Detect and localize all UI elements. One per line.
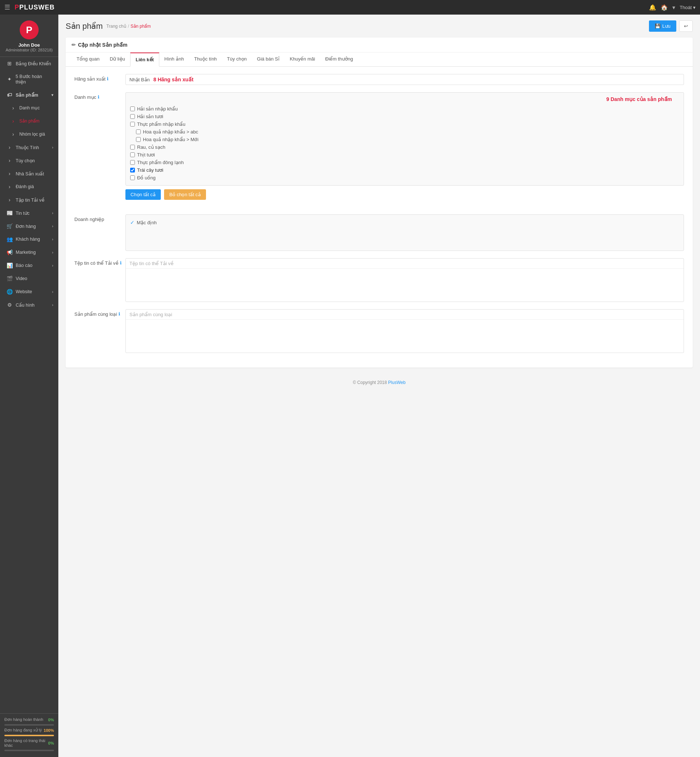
enterprise-label: Mặc định <box>137 220 157 225</box>
sidebar-item-bao-cao[interactable]: 📊 Báo cáo › <box>0 259 58 272</box>
sidebar-item-label: Video <box>16 276 27 281</box>
breadcrumb-home[interactable]: Trang chủ <box>106 24 127 29</box>
sidebar-item-label: Nhà Sản xuất <box>16 171 44 177</box>
sidebar-item-san-pham[interactable]: 🏷 Sản phẩm ▾ <box>0 88 58 102</box>
dot-icon: › <box>10 131 16 137</box>
home-icon[interactable]: 🏠 <box>661 4 668 11</box>
order-icon: 🛒 <box>6 223 13 229</box>
page-title: Sản phẩm <box>66 22 103 31</box>
sidebar-item-label: Tin tức <box>16 210 30 216</box>
sidebar-nav: ⊞ Bảng Điều Khiển ✦ 5 Bước hoàn thiện 🏷 … <box>0 57 58 713</box>
notification-icon[interactable]: 🔔 <box>649 4 656 11</box>
category-box: 9 Danh mục của sản phẩm Hải sản nhập khẩ… <box>125 92 684 186</box>
arrow-icon: ▾ <box>52 93 53 97</box>
customers-icon: 👥 <box>6 236 13 242</box>
category-checkbox[interactable] <box>136 137 141 142</box>
back-button[interactable]: ↩ <box>679 20 693 32</box>
sidebar-item-website[interactable]: 🌐 Website › <box>0 285 58 298</box>
tab-tuy-chon[interactable]: Tùy chọn <box>222 53 252 67</box>
option-icon: › <box>6 158 13 163</box>
sidebar-item-thuoc-tinh[interactable]: › Thuộc Tính › <box>0 141 58 154</box>
sidebar-item-nhom-loc-gia[interactable]: › Nhóm lọc giá <box>0 128 58 141</box>
sidebar-item-video[interactable]: 🎬 Video <box>0 272 58 285</box>
sidebar-item-label: Danh mục <box>19 105 40 111</box>
tab-diem-thuong[interactable]: Điểm thưởng <box>320 53 358 67</box>
stat-value: 0% <box>48 718 54 722</box>
hamburger-icon[interactable]: ☰ <box>5 3 10 11</box>
sidebar-item-khach-hang[interactable]: 👥 Khách hàng › <box>0 233 58 246</box>
sidebar-item-label: Nhóm lọc giá <box>19 131 45 137</box>
category-item-hai-san-nhap-khau: Hải sản nhập khẩu <box>130 105 679 113</box>
deselect-all-button[interactable]: Bỏ chọn tất cả <box>164 189 206 200</box>
stat-label: Đơn hàng đang xử lý <box>5 728 44 733</box>
sidebar-item-label: Sản phẩm <box>19 119 39 124</box>
tab-du-lieu[interactable]: Dữ liệu <box>105 53 130 67</box>
chevron-down-icon[interactable]: ▾ <box>672 4 675 11</box>
tab-tong-quan[interactable]: Tổng quan <box>72 53 105 67</box>
sidebar-item-five-steps[interactable]: ✦ 5 Bước hoàn thiện <box>0 70 58 88</box>
sidebar-item-tap-tin[interactable]: › Tập tin Tải về <box>0 193 58 206</box>
layout: P John Doe Administrator (ID: 283218) ⊞ … <box>0 14 700 757</box>
category-checkbox[interactable] <box>130 145 135 150</box>
sidebar-item-danh-muc[interactable]: › Danh mục <box>0 102 58 114</box>
sidebar-item-nha-san-xuat[interactable]: › Nhà Sản xuất <box>0 167 58 180</box>
info-icon[interactable]: ℹ <box>98 94 100 100</box>
logout-button[interactable]: Thoát ▾ <box>680 5 695 10</box>
save-button[interactable]: 💾 Lưu <box>649 20 676 32</box>
sidebar-item-label: Tùy chọn <box>16 158 34 163</box>
category-checkbox[interactable] <box>130 122 135 127</box>
footer-brand[interactable]: PlusWeb <box>388 380 406 385</box>
tag-icon: 🏷 <box>6 92 13 98</box>
category-checkbox[interactable] <box>130 114 135 119</box>
tab-thuoc-tinh[interactable]: Thuộc tính <box>189 53 222 67</box>
sidebar-item-label: 5 Bước hoàn thiện <box>16 74 53 84</box>
stat-bar <box>5 750 54 751</box>
form-section: Hãng sản xuất ℹ Nhật Bản 8 Hãng sản xuất… <box>66 67 693 368</box>
info-icon[interactable]: ℹ <box>119 311 120 316</box>
sidebar-item-label: Thuộc Tính <box>16 145 39 150</box>
info-icon[interactable]: ℹ <box>107 76 109 81</box>
tab-lien-ket[interactable]: Liên kết <box>130 53 159 67</box>
danh-muc-field: 9 Danh mục của sản phẩm Hải sản nhập khẩ… <box>125 92 684 207</box>
sidebar-item-cau-hinh[interactable]: ⚙ Cấu hình › <box>0 298 58 311</box>
sidebar-item-dashboard[interactable]: ⊞ Bảng Điều Khiển <box>0 57 58 70</box>
arrow-icon: › <box>52 238 53 241</box>
file-area: Tệp tin có thể Tải về <box>125 258 684 302</box>
category-label: Thực phẩm nhập khẩu <box>137 121 185 127</box>
arrow-icon: › <box>52 211 53 215</box>
stat-label: Đơn hàng hoàn thành <box>5 717 48 722</box>
main-content: Sản phẩm Trang chủ / Sản phẩm 💾 Lưu ↩ ✏ … <box>58 14 700 757</box>
category-label: Đồ uống <box>137 175 156 180</box>
category-checkbox[interactable] <box>130 168 135 172</box>
sidebar: P John Doe Administrator (ID: 283218) ⊞ … <box>0 14 58 757</box>
sidebar-item-tuy-chon[interactable]: › Tùy chọn <box>0 154 58 167</box>
tab-gia-ban-si[interactable]: Giá bán Sỉ <box>252 53 285 67</box>
category-checkbox[interactable] <box>130 152 135 157</box>
select-all-button[interactable]: Chọn tất cả <box>125 189 161 200</box>
file-placeholder: Tệp tin có thể Tải về <box>130 261 173 266</box>
sidebar-item-san-pham-sub[interactable]: › Sản phẩm <box>0 114 58 128</box>
tab-khuyen-mai[interactable]: Khuyến mãi <box>285 53 320 67</box>
category-label: Hải sản tươi <box>137 114 163 119</box>
category-checkbox[interactable] <box>130 160 135 165</box>
sidebar-item-label: Khách hàng <box>16 237 40 242</box>
category-item-rau-cu-sach: Rau, củ sạch <box>130 143 679 151</box>
doanh-nghiep-row: Doanh nghiệp ✓ Mặc định <box>74 214 684 251</box>
category-count-title: 9 Danh mục của sản phẩm <box>130 96 679 102</box>
category-item-hoa-qua-moi: Hoa quả nhập khẩu > Mới <box>130 136 679 143</box>
danh-muc-label: Danh mục ℹ <box>74 92 125 100</box>
sidebar-item-danh-gia[interactable]: › Đánh giá <box>0 180 58 193</box>
sidebar-item-don-hang[interactable]: 🛒 Đơn hàng › <box>0 219 58 233</box>
sidebar-item-marketing[interactable]: 📢 Marketing › <box>0 246 58 259</box>
category-item-thuc-pham-nhap-khau: Thực phẩm nhập khẩu <box>130 120 679 128</box>
file-content <box>126 269 684 298</box>
save-icon: 💾 <box>655 23 661 29</box>
video-icon: 🎬 <box>6 276 13 282</box>
category-checkbox[interactable] <box>130 106 135 111</box>
category-checkbox[interactable] <box>130 175 135 180</box>
category-checkbox[interactable] <box>136 130 141 134</box>
sidebar-item-tin-tuc[interactable]: 📰 Tin tức › <box>0 206 58 219</box>
tab-hinh-anh[interactable]: Hình ảnh <box>159 53 189 67</box>
stat-bar-fill <box>5 735 54 736</box>
info-icon[interactable]: ℹ <box>120 260 122 266</box>
